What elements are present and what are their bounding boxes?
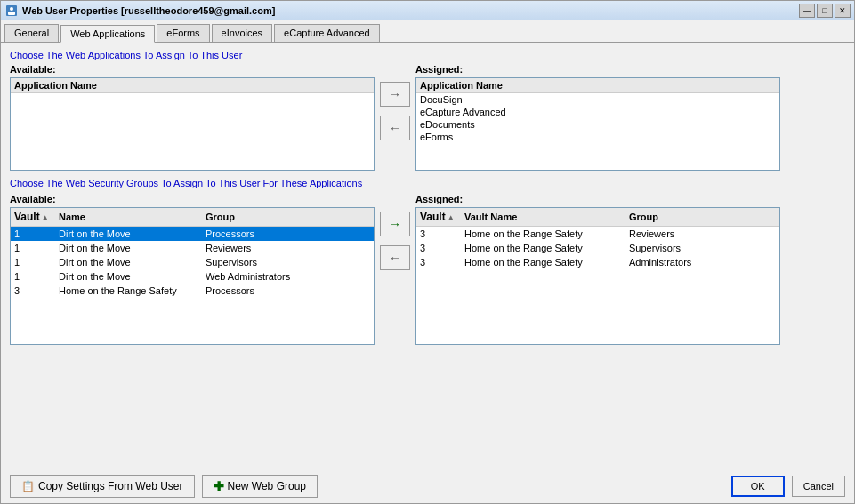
assigned-apps-header: Application Name [416, 78, 779, 93]
assigned-group-col-header: Group [625, 210, 754, 224]
copy-icon: 📋 [21, 480, 35, 492]
name-cell: Dirt on the Move [55, 228, 202, 240]
table-row[interactable]: 1 Dirt on the Move Reviewers [11, 241, 374, 255]
groups-arrow-col: → ← [380, 194, 410, 270]
group-cell: Reviewers [202, 242, 349, 254]
window-controls: — □ ✕ [799, 4, 851, 18]
ok-button[interactable]: OK [731, 476, 785, 497]
window-icon [4, 4, 19, 18]
tab-general[interactable]: General [4, 24, 59, 42]
group-cell: Reviewers [625, 228, 754, 240]
tab-bar: General Web Applications eForms eInvoice… [1, 20, 854, 43]
list-item[interactable]: eForms [416, 131, 779, 143]
name-cell: Dirt on the Move [55, 270, 202, 283]
assigned-vaultname-col-header: Vault Name [461, 210, 625, 224]
plus-icon: ✚ [214, 479, 224, 493]
window: Web User Properties [russelltheodore459@… [0, 0, 855, 504]
table-row[interactable]: 1 Dirt on the Move Web Administrators [11, 269, 374, 284]
web-groups-panels: Available: Vault ▲ Name Group 1 [10, 194, 845, 345]
available-groups-list[interactable]: Vault ▲ Name Group 1 Dirt on the Move Pr… [10, 207, 375, 345]
name-cell: Home on the Range Safety [55, 284, 202, 297]
name-cell: Dirt on the Move [55, 242, 202, 254]
window-title: Web User Properties [russelltheodore459@… [22, 5, 799, 16]
svg-rect-2 [8, 12, 15, 15]
assign-group-button[interactable]: → [380, 212, 410, 236]
copy-settings-button[interactable]: 📋 Copy Settings From Web User [10, 475, 195, 498]
available-groups-label: Available: [10, 194, 375, 204]
apps-arrow-col: → ← [380, 64, 410, 140]
web-apps-section: Choose The Web Applications To Assign To… [10, 50, 845, 171]
group-cell: Supervisors [625, 242, 754, 254]
available-apps-panel: Available: Application Name [10, 64, 375, 171]
vault-cell: 1 [11, 256, 55, 268]
group-cell: Processors [202, 284, 349, 297]
vault-cell: 3 [416, 228, 461, 240]
vault-col-header: Vault ▲ [11, 210, 55, 224]
table-row[interactable]: 1 Dirt on the Move Supervisors [11, 255, 374, 269]
minimize-button[interactable]: — [799, 4, 815, 18]
maximize-button[interactable]: □ [817, 4, 833, 18]
name-cell: Dirt on the Move [55, 256, 202, 268]
assigned-groups-list[interactable]: Vault ▲ Vault Name Group 3 Home on the R… [415, 207, 780, 345]
vault-cell: 3 [11, 284, 55, 297]
new-web-group-button[interactable]: ✚ New Web Group [202, 475, 318, 498]
unassign-group-button[interactable]: ← [380, 245, 410, 270]
assigned-apps-label: Assigned: [415, 64, 780, 75]
tab-ecapture-advanced[interactable]: eCapture Advanced [274, 24, 380, 42]
vaultname-cell: Home on the Range Safety [461, 242, 625, 254]
vault-sort-icon: ▲ [42, 213, 49, 221]
group-cell: Administrators [625, 256, 754, 268]
web-apps-panels: Available: Application Name → ← Assigned… [10, 64, 845, 171]
assigned-groups-header: Vault ▲ Vault Name Group [416, 208, 779, 227]
list-item[interactable]: eDocuments [416, 118, 779, 131]
tab-eforms[interactable]: eForms [157, 24, 209, 42]
assign-app-button[interactable]: → [380, 82, 410, 107]
assigned-groups-label: Assigned: [415, 194, 780, 204]
available-apps-label: Available: [10, 64, 375, 75]
cancel-button[interactable]: Cancel [792, 476, 845, 497]
web-groups-section: Choose The Web Security Groups To Assign… [10, 178, 845, 345]
vaultname-cell: Home on the Range Safety [461, 256, 625, 268]
group-cell: Supervisors [202, 256, 349, 268]
main-content: Choose The Web Applications To Assign To… [1, 43, 854, 468]
assigned-groups-panel: Assigned: Vault ▲ Vault Name Group 3 [415, 194, 780, 345]
vault-cell: 1 [11, 270, 55, 283]
vault-cell: 1 [11, 228, 55, 240]
unassign-app-button[interactable]: ← [380, 116, 410, 140]
assigned-apps-panel: Assigned: Application Name DocuSign eCap… [415, 64, 780, 171]
assigned-vault-sort-icon: ▲ [448, 213, 455, 221]
web-groups-title: Choose The Web Security Groups To Assign… [10, 178, 845, 188]
table-row[interactable]: 3 Home on the Range Safety Supervisors [416, 241, 779, 255]
tab-web-applications[interactable]: Web Applications [60, 25, 155, 43]
assigned-vault-col-header: Vault ▲ [416, 210, 461, 224]
vault-cell: 3 [416, 242, 461, 254]
list-item[interactable]: eCapture Advanced [416, 106, 779, 118]
available-apps-header: Application Name [11, 78, 374, 93]
title-bar: Web User Properties [russelltheodore459@… [1, 1, 854, 20]
vault-cell: 1 [11, 242, 55, 254]
vaultname-cell: Home on the Range Safety [461, 228, 625, 240]
web-apps-title: Choose The Web Applications To Assign To… [10, 50, 845, 60]
available-groups-header: Vault ▲ Name Group [11, 208, 374, 227]
svg-point-1 [10, 7, 13, 11]
name-col-header: Name [55, 210, 202, 224]
footer-left: 📋 Copy Settings From Web User ✚ New Web … [10, 475, 318, 498]
table-row[interactable]: 3 Home on the Range Safety Processors [11, 284, 374, 298]
tab-einvoices[interactable]: eInvoices [212, 24, 272, 42]
footer-right: OK Cancel [731, 476, 845, 497]
footer: 📋 Copy Settings From Web User ✚ New Web … [1, 468, 854, 503]
vault-cell: 3 [416, 256, 461, 268]
assigned-apps-list[interactable]: Application Name DocuSign eCapture Advan… [415, 77, 780, 171]
table-row[interactable]: 3 Home on the Range Safety Administrator… [416, 255, 779, 269]
group-col-header: Group [202, 210, 349, 224]
table-row[interactable]: 3 Home on the Range Safety Reviewers [416, 227, 779, 241]
table-row[interactable]: 1 Dirt on the Move Processors [11, 227, 374, 241]
group-cell: Processors [202, 228, 349, 240]
group-cell: Web Administrators [202, 270, 349, 283]
list-item[interactable]: DocuSign [416, 93, 779, 106]
available-groups-panel: Available: Vault ▲ Name Group 1 [10, 194, 375, 345]
available-apps-list[interactable]: Application Name [10, 77, 375, 171]
close-button[interactable]: ✕ [835, 4, 851, 18]
